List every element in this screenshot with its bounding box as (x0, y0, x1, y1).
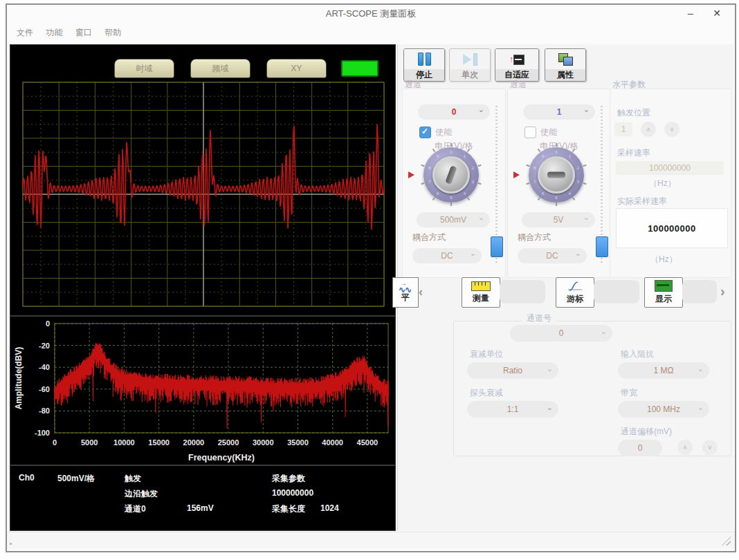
channel-0-volts-knob[interactable]: 0123456789 (418, 142, 484, 208)
window-statusbar (7, 532, 735, 549)
channel-0-coupling-select[interactable]: DC ⌄ (412, 248, 482, 263)
svg-text:20000: 20000 (183, 438, 205, 447)
impedance-select[interactable]: 1 MΩ ⌄ (618, 362, 709, 379)
auto-adapt-icon: ↑ (495, 49, 538, 69)
channel-0-number-select[interactable]: 0 ⌄ (418, 104, 490, 120)
knob-cap (432, 156, 470, 194)
status-trigger-title: 触发 (125, 473, 141, 485)
tabstrip-next-icon[interactable]: › (720, 283, 725, 299)
tab-display-extension (682, 280, 717, 304)
chevron-down-icon: ⌄ (583, 213, 590, 222)
channel-1-offset-slider[interactable] (595, 106, 608, 265)
app-window: ART-SCOPE 测量面板 – ✕ 文件 功能 窗口 帮助 时域 频域 XY … (6, 3, 736, 552)
channel-0-group: 0 ⌄ 使能 电压(V)/格 0123456789 500mV ⌄ 耦合方式 D… (402, 88, 506, 278)
bandwidth-label: 带宽 (621, 387, 637, 399)
channel-offset-field[interactable]: 0 (618, 440, 662, 456)
svg-text:15000: 15000 (148, 438, 170, 447)
tab-horizontal-partial[interactable]: →∿∿ 平 (392, 277, 419, 308)
sample-rate-field[interactable]: 100000000 (616, 161, 724, 175)
status-acq-rate: 100000000 (272, 488, 313, 498)
svg-text:30000: 30000 (253, 438, 274, 447)
channel-0-enable-checkbox[interactable] (419, 127, 431, 138)
offset-down-button[interactable]: ∨ (702, 440, 718, 455)
atten-unit-label: 衰减单位 (470, 348, 503, 360)
menu-file[interactable]: 文件 (17, 24, 33, 41)
curve-icon (567, 281, 583, 292)
status-trigger-source: 通道0 (125, 503, 146, 515)
tab-display[interactable]: 显示 (644, 277, 683, 308)
channel-1-enable-checkbox[interactable] (524, 127, 536, 138)
status-channel: Ch0 (19, 473, 35, 483)
properties-button[interactable]: 属性 (545, 48, 586, 82)
svg-text:-20: -20 (39, 342, 50, 350)
svg-text:5000: 5000 (81, 438, 98, 447)
channel-0-coupling-label: 耦合方式 (412, 232, 446, 243)
tab-cursor[interactable]: 游标 (556, 277, 594, 308)
atten-unit-select[interactable]: Ratio ⌄ (467, 362, 558, 379)
knob-slot (547, 172, 565, 178)
trigger-down-button[interactable]: ∨ (664, 122, 679, 137)
chevron-down-icon: ⌄ (547, 403, 553, 412)
probe-atten-label: 探头衰减 (470, 387, 503, 399)
chevron-down-icon: ⌄ (583, 105, 590, 114)
svg-text:10000: 10000 (113, 438, 135, 447)
time-domain-display: 时域 频域 XY (10, 44, 396, 316)
sample-rate-unit: （Hz） (649, 178, 676, 189)
knob-slot (445, 165, 457, 185)
chevron-down-icon: ⌄ (601, 327, 607, 336)
channel-no-select[interactable]: 0 ⌄ (510, 325, 612, 342)
actual-sample-rate-unit: （Hz） (650, 254, 677, 265)
knob-cap (538, 156, 575, 194)
actual-sample-rate-value: 100000000 (616, 208, 728, 248)
tab-time-domain[interactable]: 时域 (114, 59, 174, 78)
tabstrip-prev-icon[interactable]: ‹ (419, 285, 423, 299)
ruler-icon (471, 281, 491, 291)
slider-thumb[interactable] (596, 236, 608, 257)
channel-1-enable-label: 使能 (540, 127, 557, 138)
status-trigger-type: 边沿触发 (125, 488, 158, 500)
offset-up-button[interactable]: ∧ (677, 440, 693, 455)
status-scale: 500mV/格 (57, 473, 95, 485)
spectrum-display: 0500010000150002000025000300003500040000… (10, 316, 396, 465)
bandwidth-select[interactable]: 100 MHz ⌄ (618, 401, 709, 418)
slider-thumb[interactable] (491, 236, 503, 257)
tab-measure[interactable]: 测量 (462, 277, 500, 308)
resize-grip[interactable] (722, 536, 731, 545)
menu-window[interactable]: 窗口 (75, 24, 92, 41)
pause-icon (404, 49, 444, 69)
stop-button[interactable]: 停止 (403, 48, 445, 82)
channel-0-offset-slider[interactable] (490, 106, 502, 265)
chevron-down-icon: ⌄ (470, 249, 476, 258)
probe-atten-select[interactable]: 1:1 ⌄ (467, 401, 558, 418)
chevron-down-icon: ⌄ (547, 364, 553, 373)
channel-1-range-select[interactable]: 5V ⌄ (522, 212, 595, 227)
menu-function[interactable]: 功能 (46, 24, 62, 41)
svg-text:35000: 35000 (287, 438, 309, 447)
channel-1-coupling-select[interactable]: DC ⌄ (518, 248, 587, 263)
status-trigger-level: 156mV (187, 503, 214, 513)
channel-1-volts-knob[interactable]: 0123456789 (523, 142, 590, 208)
screen: ART-SCOPE 测量面板 – ✕ 文件 功能 窗口 帮助 时域 频域 XY … (0, 0, 739, 560)
tab-xy[interactable]: XY (266, 59, 327, 78)
channel-1-coupling-label: 耦合方式 (518, 232, 551, 243)
auto-adapt-button[interactable]: ↑ 自适应 (495, 48, 539, 82)
time-domain-plot (10, 78, 396, 315)
menubar: 文件 功能 窗口 帮助 (7, 24, 735, 41)
single-button[interactable]: 单次 (449, 48, 491, 82)
close-button[interactable]: ✕ (707, 5, 727, 23)
menu-help[interactable]: 帮助 (104, 24, 121, 41)
channel-1-number-select[interactable]: 1 ⌄ (523, 104, 595, 120)
impedance-label: 输入阻抗 (621, 348, 654, 360)
channel-0-range-select[interactable]: 500mV ⌄ (417, 212, 490, 227)
svg-text:0: 0 (46, 319, 50, 328)
properties-icon (545, 49, 585, 69)
run-indicator (341, 60, 378, 77)
tab-frequency-domain[interactable]: 频域 (190, 59, 250, 78)
window-title: ART-SCOPE 测量面板 (7, 5, 735, 23)
channel-offset-label: 通道偏移(mV) (621, 426, 672, 438)
svg-text:-100: -100 (35, 429, 50, 437)
actual-sample-rate-label: 实际采样速率 (617, 196, 667, 207)
minimize-button[interactable]: – (681, 5, 700, 23)
trigger-position-field[interactable]: 1 (614, 122, 632, 136)
trigger-up-button[interactable]: ∧ (641, 122, 656, 137)
